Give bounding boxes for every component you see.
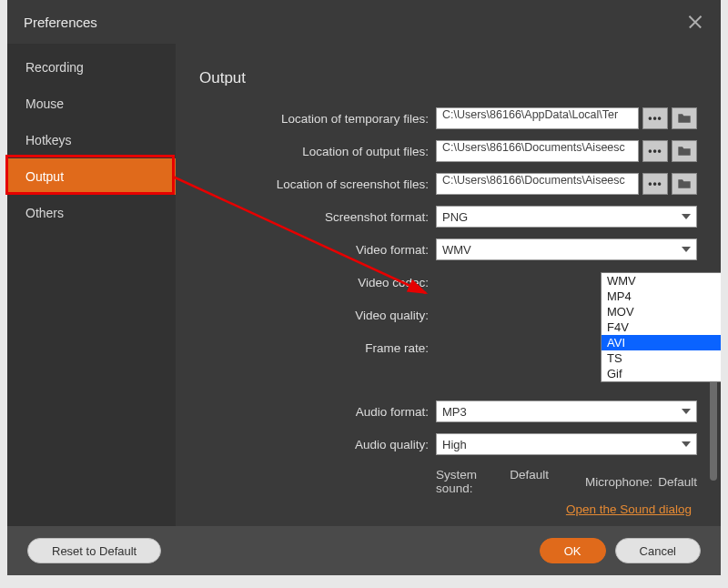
ellipsis-icon: ••• (648, 145, 662, 157)
system-sound-label: System sound: (436, 468, 504, 495)
sidebar: Recording Mouse Hotkeys Output Others (7, 44, 176, 526)
sidebar-item-label: Hotkeys (25, 133, 72, 147)
open-folder-button[interactable] (672, 173, 697, 195)
chevron-down-icon (682, 247, 691, 252)
audio-status-row: System sound: Default Microphone: Defaul… (199, 468, 697, 495)
open-folder-button[interactable] (672, 140, 697, 162)
system-sound-value: Default (510, 468, 549, 495)
select-value: WMV (442, 243, 471, 257)
main-panel: Output Location of temporary files: C:\U… (176, 44, 721, 526)
sidebar-item-label: Others (25, 206, 64, 220)
label-output-files: Location of output files: (199, 145, 436, 158)
label-video-quality: Video quality: (199, 309, 436, 322)
dropdown-option[interactable]: MOV (602, 304, 721, 319)
titlebar: Preferences (7, 0, 721, 44)
ellipsis-icon: ••• (648, 177, 662, 190)
label-audio-quality: Audio quality: (199, 438, 436, 451)
microphone-value: Default (658, 475, 697, 489)
close-icon[interactable] (686, 13, 704, 31)
dialog-footer: Reset to Default OK Cancel (7, 526, 721, 575)
dropdown-option[interactable]: TS (602, 350, 721, 366)
preferences-dialog: Preferences Recording Mouse Hotkeys Outp… (7, 0, 721, 575)
sidebar-item-output[interactable]: Output (7, 158, 176, 195)
select-audio-format[interactable]: MP3 (436, 400, 697, 422)
sidebar-item-hotkeys[interactable]: Hotkeys (7, 122, 176, 158)
folder-icon (677, 145, 692, 157)
section-title-output: Output (199, 69, 697, 87)
ellipsis-icon: ••• (648, 112, 662, 125)
dropdown-option[interactable]: WMV (602, 273, 721, 289)
folder-icon (677, 112, 692, 125)
dialog-title: Preferences (24, 15, 97, 30)
label-screenshot-files: Location of screenshot files: (199, 177, 436, 191)
label-screenshot-format: Screenshot format: (199, 210, 436, 224)
ok-button[interactable]: OK (540, 538, 606, 563)
chevron-down-icon (682, 214, 691, 219)
microphone-label: Microphone: (585, 475, 652, 489)
chevron-down-icon (682, 409, 691, 414)
dropdown-option[interactable]: F4V (602, 319, 721, 335)
reset-to-default-button[interactable]: Reset to Default (27, 538, 161, 563)
cancel-button[interactable]: Cancel (615, 538, 701, 563)
open-folder-button[interactable] (672, 107, 697, 129)
sidebar-item-label: Mouse (25, 96, 64, 111)
dropdown-option[interactable]: MP4 (602, 289, 721, 304)
input-temp-files[interactable]: C:\Users\86166\AppData\Local\Ter (436, 107, 639, 129)
label-temp-files: Location of temporary files: (199, 112, 436, 126)
select-screenshot-format[interactable]: PNG (436, 206, 697, 228)
dropdown-option[interactable]: Gif (602, 366, 721, 381)
select-audio-quality[interactable]: High (436, 433, 697, 455)
video-format-dropdown[interactable]: WMV MP4 MOV F4V AVI TS Gif (601, 272, 721, 382)
browse-button[interactable]: ••• (642, 140, 668, 162)
sidebar-item-mouse[interactable]: Mouse (7, 86, 176, 122)
label-frame-rate: Frame rate: (199, 341, 436, 355)
input-screenshot-files[interactable]: C:\Users\86166\Documents\Aiseesc (436, 173, 639, 195)
dropdown-option-selected[interactable]: AVI (602, 335, 721, 350)
select-value: MP3 (442, 405, 467, 419)
input-output-files[interactable]: C:\Users\86166\Documents\Aiseesc (436, 140, 639, 162)
select-value: PNG (442, 210, 468, 224)
open-sound-dialog-link[interactable]: Open the Sound dialog (566, 502, 692, 516)
sidebar-item-label: Recording (25, 60, 84, 75)
select-value: High (442, 438, 467, 451)
browse-button[interactable]: ••• (642, 173, 668, 195)
folder-icon (677, 177, 692, 190)
sidebar-item-others[interactable]: Others (7, 195, 176, 231)
label-audio-format: Audio format: (199, 405, 436, 419)
browse-button[interactable]: ••• (642, 107, 668, 129)
sidebar-item-recording[interactable]: Recording (7, 49, 176, 86)
label-video-format: Video format: (199, 243, 436, 257)
label-video-codec: Video codec: (199, 276, 436, 289)
sidebar-item-label: Output (25, 169, 64, 184)
chevron-down-icon (682, 441, 691, 447)
select-video-format[interactable]: WMV (436, 238, 697, 260)
